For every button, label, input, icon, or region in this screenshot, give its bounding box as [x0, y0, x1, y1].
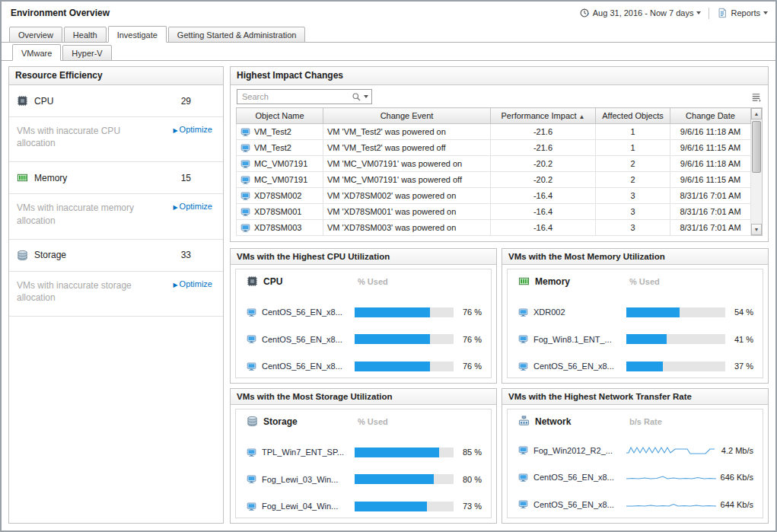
column-header-performance-impact[interactable]: Performance Impact▲	[491, 108, 596, 124]
triangle-right-icon: ▶	[173, 204, 177, 211]
vm-name[interactable]: XDR002	[533, 307, 626, 317]
optimize-link-storage[interactable]: ▶Optimize	[173, 279, 212, 288]
vm-icon	[247, 502, 256, 511]
table-row[interactable]: XD78SM002 VM 'XD78SM002' was powered on …	[237, 188, 751, 204]
column-header-object-name[interactable]: Object Name	[237, 108, 323, 124]
vm-name[interactable]: CentOS_56_EN_x8...	[262, 362, 355, 371]
optimize-link-memory[interactable]: ▶Optimize	[173, 202, 212, 211]
tab-vmware[interactable]: VMware	[12, 44, 61, 61]
utilization-value: 76 %	[463, 307, 482, 317]
vm-name[interactable]: Fog_Win2012_R2_...	[533, 446, 626, 455]
search-icon[interactable]	[352, 92, 361, 102]
utilization-bar	[355, 307, 454, 317]
sub-tab-bar: VMware Hyper-V	[2, 43, 775, 61]
utilization-value: 76 %	[463, 335, 482, 344]
panel-body: CPU % Used CentOS_56_EN_x8... 76 % CentO…	[235, 269, 492, 378]
network-sparkline	[626, 444, 719, 457]
vm-icon	[247, 334, 256, 344]
resource-label: Memory	[535, 276, 570, 287]
vm-utilization-row: XDR002 54 %	[518, 307, 753, 317]
vertical-scrollbar[interactable]: ▲ ▼	[751, 107, 763, 236]
scroll-down-button[interactable]: ▼	[751, 224, 762, 235]
panel-title: Highest Impact Changes	[231, 67, 768, 85]
vm-icon	[240, 191, 250, 201]
network-icon	[518, 416, 530, 427]
table-row[interactable]: MC_VM07191 VM 'MC_VM07191' was powered o…	[237, 156, 751, 172]
network-sparkline	[626, 470, 719, 484]
table-row[interactable]: MC_VM07191 VM 'MC_VM07191' was powered o…	[237, 172, 751, 188]
unit-label: % Used	[358, 277, 388, 286]
transfer-rate-value: 644 Kb/s	[721, 500, 753, 509]
report-icon	[717, 8, 728, 18]
column-header-change-date[interactable]: Change Date	[670, 108, 751, 124]
memory-icon	[518, 276, 530, 287]
time-range-selector[interactable]: Aug 31, 2016 - Now 7 days	[579, 8, 702, 18]
search-box	[237, 89, 372, 104]
quad-header: CPU % Used	[247, 274, 482, 290]
triangle-right-icon: ▶	[173, 282, 177, 288]
search-options-caret-icon[interactable]	[364, 95, 368, 98]
highest-cpu-utilization-panel: VMs with the Highest CPU Utilization CPU…	[230, 248, 497, 384]
vm-icon	[240, 143, 250, 153]
vm-name[interactable]: TPL_Win7_ENT_SP...	[262, 448, 355, 457]
resource-row-cpu: CPU 29	[9, 85, 223, 117]
resource-efficiency-panel: Resource Efficiency CPU 29 VMs with inac…	[8, 66, 224, 524]
chevron-down-icon	[763, 11, 768, 14]
optimize-link-cpu[interactable]: ▶Optimize	[173, 125, 212, 134]
reports-label: Reports	[731, 8, 760, 18]
tab-health[interactable]: Health	[64, 27, 107, 43]
cpu-icon	[17, 95, 28, 107]
memory-icon	[17, 172, 28, 183]
panel-body: Network b/s Rate Fog_Win2012_R2_... 4.2 …	[507, 409, 763, 518]
vm-name[interactable]: CentOS_56_EN_x8...	[533, 500, 626, 509]
vm-utilization-row: CentOS_56_EN_x8... 76 %	[247, 307, 482, 317]
reports-menu-button[interactable]: Reports	[717, 8, 768, 18]
resource-value: 29	[181, 96, 191, 107]
table-zone: Object Name Change Event Performance Imp…	[236, 107, 763, 236]
tab-getting-started-administration[interactable]: Getting Started & Administration	[168, 27, 306, 43]
table-toolbar	[231, 85, 768, 107]
resource-name: Memory	[34, 173, 67, 183]
unit-label: % Used	[629, 277, 660, 286]
table-row[interactable]: VM_Test2 VM 'VM_Test2' was powered on -2…	[237, 124, 751, 140]
chevron-down-icon	[696, 11, 701, 14]
vm-icon	[247, 362, 256, 371]
column-header-change-event[interactable]: Change Event	[323, 108, 491, 124]
quad-header: Network b/s Rate	[518, 414, 753, 430]
vm-name[interactable]: Fog_Lewi_03_Win...	[262, 475, 355, 484]
tab-investigate[interactable]: Investigate	[108, 26, 167, 43]
vm-name[interactable]: CentOS_56_EN_x8...	[533, 362, 626, 371]
resource-label: CPU	[263, 276, 282, 287]
vm-name[interactable]: CentOS_56_EN_x8...	[262, 335, 355, 344]
unit-label: b/s Rate	[629, 417, 662, 426]
vm-icon	[247, 474, 256, 484]
scroll-up-button[interactable]: ▲	[751, 108, 762, 119]
vm-name[interactable]: CentOS_56_EN_x8...	[262, 307, 355, 317]
table-row[interactable]: VM_Test2 VM 'VM_Test2' was powered off -…	[237, 140, 751, 156]
storage-icon	[17, 250, 28, 261]
tab-hyper-v[interactable]: Hyper-V	[62, 45, 111, 61]
topbar-controls: Aug 31, 2016 - Now 7 days Reports	[579, 8, 768, 19]
table-row[interactable]: XD78SM003 VM 'XD78SM003' was powered on …	[237, 220, 751, 236]
resource-row-storage: Storage 33	[9, 240, 223, 272]
top-bar: Environment Overview Aug 31, 2016 - Now …	[2, 2, 775, 24]
vm-name[interactable]: Fog_Lewi_04_Win...	[262, 502, 355, 511]
vm-name[interactable]: CentOS_56_EN_x8...	[533, 473, 626, 482]
search-input[interactable]	[240, 91, 352, 102]
table-options-icon[interactable]	[750, 91, 762, 103]
environment-overview-window: Environment Overview Aug 31, 2016 - Now …	[0, 0, 777, 532]
utilization-value: 73 %	[463, 502, 482, 511]
main-tab-bar: Overview Health Investigate Getting Star…	[2, 24, 775, 43]
most-storage-utilization-panel: VMs with the Most Storage Utilization St…	[230, 388, 497, 524]
scrollbar-track[interactable]	[751, 119, 762, 224]
vm-name[interactable]: Fog_Win8.1_ENT_...	[533, 335, 626, 344]
table-row[interactable]: XD78SM001 VM 'XD78SM001' was powered on …	[237, 204, 751, 220]
utilization-value: 54 %	[734, 307, 753, 317]
resource-row-memory: Memory 15	[9, 162, 223, 194]
column-header-affected-objects[interactable]: Affected Objects	[596, 108, 670, 124]
resource-label: Network	[535, 416, 571, 427]
scrollbar-thumb[interactable]	[752, 121, 761, 173]
quad-header: Storage % Used	[247, 414, 482, 430]
tab-overview[interactable]: Overview	[9, 27, 62, 43]
panel-title: VMs with the Highest Network Transfer Ra…	[502, 389, 768, 405]
